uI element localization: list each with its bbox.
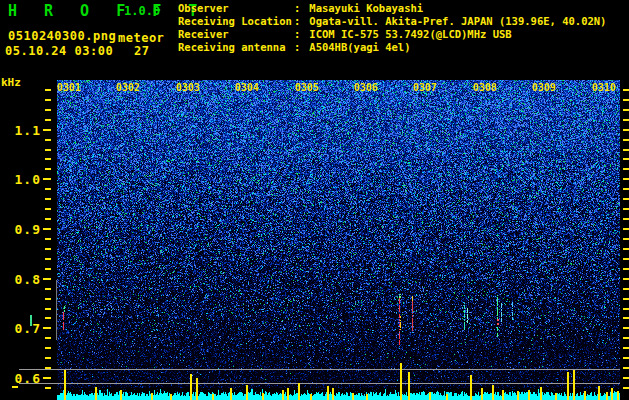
time-tick-label: 0302	[116, 82, 140, 93]
info-row: Observer:Masayuki Kobayashi	[178, 2, 606, 15]
freq-tick-right	[623, 168, 629, 170]
freq-tick-left	[45, 367, 51, 369]
axis-border-segment	[56, 280, 57, 340]
freq-tick-left	[45, 288, 51, 290]
freq-tick-right	[623, 119, 629, 121]
freq-tick-left	[45, 317, 51, 319]
freq-tick-left	[45, 99, 51, 101]
freq-tick-right	[623, 268, 629, 270]
time-tick-label: 0305	[295, 82, 319, 93]
freq-tick-left	[45, 298, 51, 300]
freq-tick-right	[623, 337, 629, 339]
info-colon: :	[294, 2, 300, 15]
freq-tick-left	[45, 158, 51, 160]
info-colon: :	[294, 15, 300, 28]
freq-tick-right	[623, 89, 629, 91]
info-row: Receiving Location:Ogata-vill. Akita-Pre…	[178, 15, 606, 28]
info-value: A504HB(yagi 4el)	[309, 41, 410, 54]
time-tick-label: 0306	[354, 82, 378, 93]
output-filename: 0510240300.png	[8, 29, 116, 43]
freq-tick-right	[623, 387, 629, 389]
freq-tick-right	[623, 317, 629, 319]
freq-tick-right	[623, 248, 629, 250]
freq-tick-left	[43, 178, 51, 180]
freq-tick-left	[43, 278, 51, 280]
freq-tick-left	[45, 109, 51, 111]
freq-tick-left	[45, 347, 51, 349]
strip-left-tick	[12, 386, 18, 388]
freq-tick-right	[623, 377, 629, 379]
freq-tick-right	[623, 347, 629, 349]
freq-tick-right	[623, 228, 629, 230]
freq-tick-right	[623, 357, 629, 359]
freq-tick-left	[45, 308, 51, 310]
freq-tick-left	[45, 357, 51, 359]
freq-tick-left	[45, 238, 51, 240]
info-value: ICOM IC-575 53.7492(@LCD)MHz USB	[309, 28, 511, 41]
observation-datetime: 05.10.24 03:00	[5, 44, 113, 58]
freq-tick-right	[623, 158, 629, 160]
station-info-block: Observer:Masayuki KobayashiReceiving Loc…	[178, 2, 606, 54]
app-title: H R O F F T	[8, 2, 206, 20]
app-version: 1.0.0	[124, 4, 160, 18]
info-colon: :	[294, 41, 300, 54]
freq-tick-left	[45, 168, 51, 170]
freq-tick-right	[623, 298, 629, 300]
freq-tick-right	[623, 278, 629, 280]
freq-tick-left	[45, 218, 51, 220]
time-tick-label: 0309	[532, 82, 556, 93]
freq-tick-right	[623, 139, 629, 141]
info-value: Ogata-vill. Akita-Pref. JAPAN (139.96E, …	[309, 15, 606, 28]
freq-tick-left	[43, 377, 51, 379]
freq-tick-label: 0.7	[11, 321, 41, 336]
hrofft-screen: H R O F F T 1.0.0 0510240300.png meteor …	[0, 0, 629, 400]
info-label: Receiving antenna	[178, 41, 294, 54]
mode-label: meteor	[118, 31, 164, 45]
time-tick-label: 0301	[57, 82, 81, 93]
time-tick-label: 0304	[235, 82, 259, 93]
time-tick-label: 0307	[413, 82, 437, 93]
freq-tick-left	[45, 188, 51, 190]
freq-tick-right	[623, 238, 629, 240]
freq-tick-right	[623, 308, 629, 310]
info-colon: :	[294, 28, 300, 41]
info-label: Observer	[178, 2, 294, 15]
time-tick-label: 0310	[592, 82, 616, 93]
freq-tick-right	[623, 367, 629, 369]
freq-tick-label: 0.9	[11, 222, 41, 237]
freq-tick-right	[623, 149, 629, 151]
freq-tick-right	[623, 218, 629, 220]
freq-tick-right	[623, 198, 629, 200]
info-row: Receiver:ICOM IC-575 53.7492(@LCD)MHz US…	[178, 28, 606, 41]
info-label: Receiver	[178, 28, 294, 41]
freq-tick-left	[45, 248, 51, 250]
freq-tick-left	[45, 208, 51, 210]
meteor-count: 27	[134, 44, 149, 58]
freq-tick-label: 0.8	[11, 272, 41, 287]
freq-tick-left	[45, 258, 51, 260]
freq-tick-left	[43, 129, 51, 131]
freq-tick-right	[623, 258, 629, 260]
freq-tick-left	[45, 149, 51, 151]
info-value: Masayuki Kobayashi	[309, 2, 423, 15]
freq-tick-right	[623, 99, 629, 101]
freq-tick-left	[45, 119, 51, 121]
info-label: Receiving Location	[178, 15, 294, 28]
freq-tick-right	[623, 129, 629, 131]
freq-tick-label: 1.1	[11, 123, 41, 138]
freq-tick-right	[623, 109, 629, 111]
freq-tick-left	[45, 387, 51, 389]
info-row: Receiving antenna:A504HB(yagi 4el)	[178, 41, 606, 54]
freq-tick-right	[623, 208, 629, 210]
freq-tick-left	[43, 327, 51, 329]
freq-tick-right	[623, 288, 629, 290]
time-tick-label: 0308	[473, 82, 497, 93]
freq-tick-left	[45, 337, 51, 339]
freq-tick-right	[623, 188, 629, 190]
freq-tick-right	[623, 327, 629, 329]
freq-tick-left	[45, 139, 51, 141]
freq-axis-unit-label: kHz	[1, 76, 21, 89]
freq-tick-right	[623, 178, 629, 180]
meteor-spike-canvas	[57, 340, 620, 400]
freq-tick-left	[45, 198, 51, 200]
